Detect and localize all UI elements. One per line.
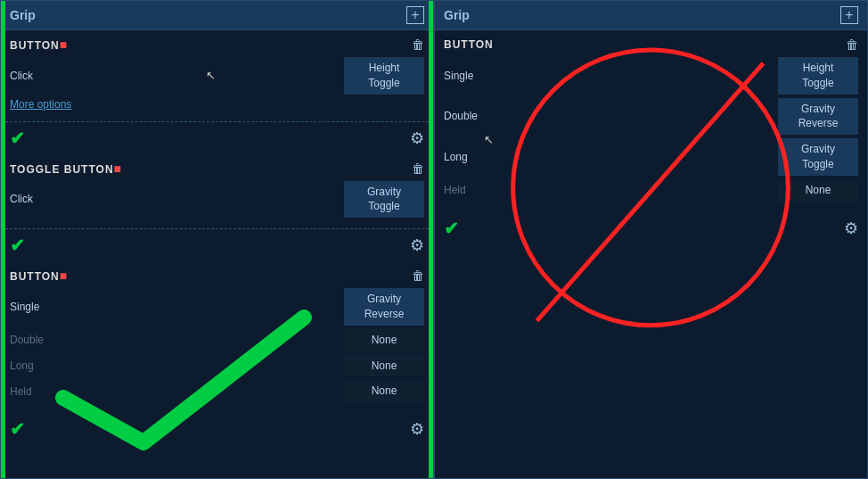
button2-row-single: Single GravityReverse <box>10 288 424 326</box>
section-toggle-delete[interactable]: 🗑 <box>412 161 424 176</box>
toggle-label-click: Click <box>10 193 63 205</box>
right-panel-add-button[interactable]: + <box>840 6 858 24</box>
button1-gear[interactable]: ⚙ <box>410 128 424 148</box>
r-button1-row-double: Double GravityReverse <box>444 98 858 136</box>
right-panel: Grip + BUTTON 🗑 Single HeightToggle Doub… <box>434 0 868 479</box>
section-button1-header: BUTTON■ 🗑 <box>10 37 424 52</box>
toggle-check[interactable]: ✔ <box>10 235 25 256</box>
r-button1-gear[interactable]: ⚙ <box>844 219 858 238</box>
right-panel-title: Grip <box>444 8 470 22</box>
r-button1-row-single: Single HeightToggle <box>444 57 858 95</box>
button2-label-double: Double <box>10 334 63 346</box>
button2-label-long: Long <box>10 359 63 372</box>
section-toggle-button: TOGGLE BUTTON■ 🗑 Click GravityToggle <box>1 154 433 230</box>
r-section-header: BUTTON 🗑 <box>444 37 858 52</box>
section-button2-footer: ✔ ⚙ <box>1 413 433 445</box>
button1-value-click[interactable]: HeightToggle <box>344 57 424 95</box>
r-section-title: BUTTON <box>444 38 494 51</box>
button2-label-single: Single <box>10 301 63 313</box>
right-green-bar <box>429 1 433 478</box>
toggle-gear[interactable]: ⚙ <box>410 235 424 255</box>
r-section-button1: BUTTON 🗑 Single HeightToggle Double Grav… <box>435 30 867 212</box>
r-button1-label-long: Long <box>444 151 497 163</box>
right-panel-header: Grip + <box>435 1 867 30</box>
section-button1-delete[interactable]: 🗑 <box>412 37 424 52</box>
left-panel-header: Grip + <box>1 1 433 30</box>
left-panel-title: Grip <box>10 8 36 22</box>
r-button1-label-double: Double <box>444 110 497 122</box>
section-toggle-footer: ✔ ⚙ <box>1 229 433 261</box>
section-button1: BUTTON■ 🗑 Click ↖ HeightToggle More opti… <box>1 30 433 122</box>
r-button1-value-double[interactable]: GravityReverse <box>778 98 858 136</box>
toggle-value-click[interactable]: GravityToggle <box>344 181 424 219</box>
r-button1-value-long[interactable]: GravityToggle <box>778 138 858 176</box>
section-toggle-title: TOGGLE BUTTON■ <box>10 161 122 176</box>
r-button1-row-held: Held None <box>444 179 858 202</box>
button2-value-single[interactable]: GravityReverse <box>344 288 424 326</box>
button1-check[interactable]: ✔ <box>10 128 25 149</box>
button2-value-long[interactable]: None <box>344 355 424 377</box>
button2-row-held: Held None <box>10 380 424 402</box>
r-button1-label-single: Single <box>444 70 497 82</box>
r-button1-row-long: Long GravityToggle <box>444 138 858 176</box>
button2-row-long: Long None <box>10 355 424 377</box>
button2-value-held[interactable]: None <box>344 380 424 402</box>
section-button2-header: BUTTON■ 🗑 <box>10 268 424 283</box>
r-button1-value-held[interactable]: None <box>778 179 858 202</box>
left-green-bar <box>1 1 5 478</box>
r-button1-value-single[interactable]: HeightToggle <box>778 57 858 95</box>
cursor-arrow-right: ↖ <box>484 133 494 146</box>
button2-row-double: Double None <box>10 329 424 351</box>
toggle-dot: ■ <box>114 161 122 176</box>
section-button2-delete[interactable]: 🗑 <box>412 268 424 283</box>
section-dot: ■ <box>60 37 68 52</box>
section-button2: BUTTON■ 🗑 Single GravityReverse Double N… <box>1 261 433 413</box>
button1-row-click: Click ↖ HeightToggle <box>10 57 424 95</box>
button2-check[interactable]: ✔ <box>10 418 25 440</box>
button2-label-held: Held <box>10 385 63 398</box>
button2-dot: ■ <box>60 268 68 283</box>
section-button1-title: BUTTON■ <box>10 37 68 52</box>
cursor-arrow-left: ↖ <box>206 69 216 82</box>
r-section-delete[interactable]: 🗑 <box>846 37 858 52</box>
section-button2-title: BUTTON■ <box>10 268 68 283</box>
r-button1-label-held: Held <box>444 184 497 196</box>
r-section-button1-footer: ✔ ⚙ <box>435 212 867 244</box>
left-panel-add-button[interactable]: + <box>406 6 424 24</box>
section-button1-footer: ✔ ⚙ <box>1 122 433 154</box>
button2-value-double[interactable]: None <box>344 329 424 351</box>
toggle-row-click: Click GravityToggle <box>10 181 424 219</box>
more-options-link[interactable]: More options <box>10 98 424 111</box>
button1-label-click: Click <box>10 70 63 82</box>
button2-gear[interactable]: ⚙ <box>410 419 424 439</box>
left-panel: Grip + BUTTON■ 🗑 Click ↖ HeightToggle Mo… <box>0 0 434 479</box>
r-button1-check[interactable]: ✔ <box>444 218 459 239</box>
section-toggle-header: TOGGLE BUTTON■ 🗑 <box>10 161 424 176</box>
